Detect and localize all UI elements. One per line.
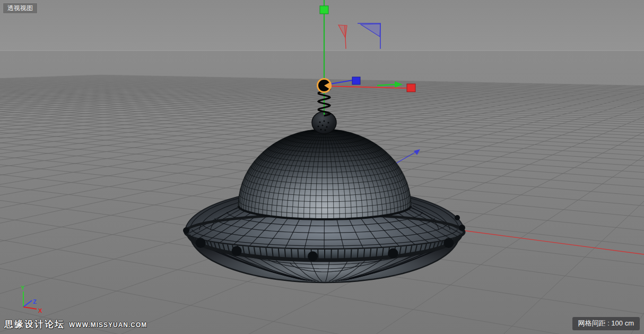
grid-spacing-label: 网格间距 : 100 cm <box>572 317 640 330</box>
z-axis-handle[interactable] <box>352 77 360 84</box>
viewport-label[interactable]: 透视视图 <box>3 3 38 14</box>
watermark-site-name: 思缘设计论坛 <box>4 319 65 329</box>
axis-z-label: Z <box>33 298 37 305</box>
axis-x-label: X <box>38 307 42 314</box>
application-window: Y Z X 透视视图 思缘设计论坛WWW.MISSYUAN.COM 网格间距 :… <box>0 0 644 334</box>
watermark: 思缘设计论坛WWW.MISSYUAN.COM <box>4 318 147 330</box>
antenna-knob <box>312 112 336 134</box>
axis-y-label: Y <box>21 285 25 291</box>
watermark-site-url: WWW.MISSYUAN.COM <box>69 321 147 329</box>
x-axis-handle[interactable] <box>407 84 415 92</box>
viewport-3d[interactable]: Y Z X <box>0 0 644 334</box>
y-axis-handle[interactable] <box>320 6 328 14</box>
